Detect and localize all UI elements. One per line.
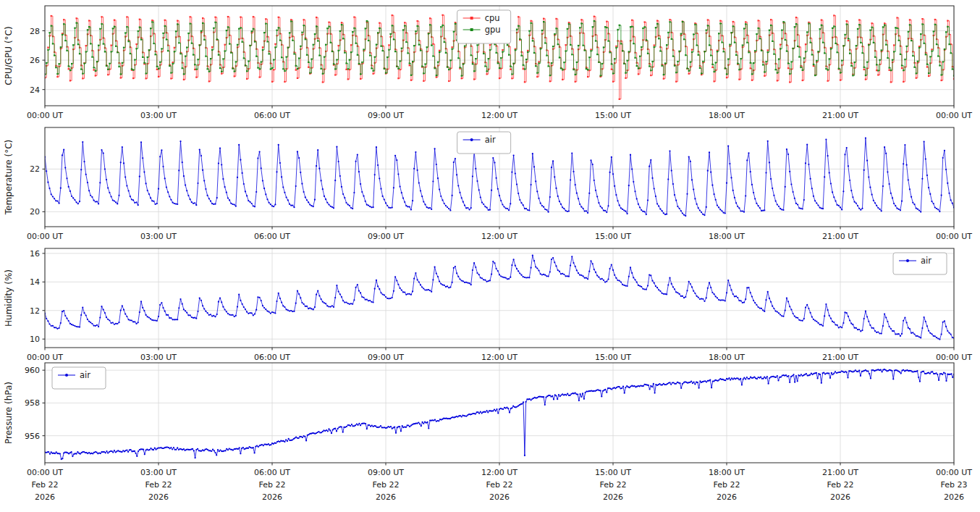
chart-text: Humidity (%) — [4, 269, 14, 327]
legend-label-cpu: cpu — [485, 13, 500, 23]
chart-text: 960 — [25, 366, 40, 375]
chart-text: 00:00 UT — [936, 111, 972, 120]
panel-pressure: 00:00 UTFeb 22202603:00 UTFeb 22202606:0… — [4, 363, 972, 502]
chart-text: 12:00 UT — [481, 468, 518, 477]
chart-text: 12:00 UT — [481, 353, 518, 362]
legend-temperature: air — [457, 132, 511, 154]
chart-text: 15:00 UT — [595, 468, 631, 477]
legend-box — [893, 253, 947, 274]
legend-pressure: air — [52, 367, 106, 389]
chart-text: Feb 23 — [941, 480, 968, 490]
chart-text: 21:00 UT — [822, 353, 858, 362]
chart-text: Pressure (hPa) — [4, 382, 14, 444]
legend-marker — [470, 17, 473, 20]
chart-text: 15:00 UT — [595, 111, 631, 120]
chart-text: 2026 — [717, 492, 737, 502]
chart-text: 2026 — [148, 492, 169, 502]
chart-text: CPU/GPU (°C) — [4, 26, 14, 85]
legend-marker — [470, 138, 473, 141]
chart-text: 21:00 UT — [822, 468, 858, 477]
chart-text: 12:00 UT — [481, 111, 518, 120]
chart-text: 2026 — [35, 492, 55, 502]
legend-cpu-gpu: cpugpu — [457, 10, 511, 43]
legend-label-gpu: gpu — [485, 25, 501, 35]
chart-text: 2026 — [489, 492, 510, 502]
chart-text: 28 — [30, 27, 40, 36]
legend-label-air: air — [80, 370, 90, 380]
chart-text: 16 — [30, 249, 40, 259]
chart-text: 06:00 UT — [254, 468, 290, 477]
chart-text: 06:00 UT — [254, 111, 290, 120]
chart-text: 18:00 UT — [709, 111, 745, 120]
chart-text: 00:00 UT — [936, 468, 972, 477]
chart-text: 00:00 UT — [27, 468, 63, 477]
chart-text: 21:00 UT — [822, 232, 858, 241]
legend-box — [457, 10, 511, 43]
chart-text: 09:00 UT — [368, 468, 404, 477]
chart-text: 09:00 UT — [368, 232, 404, 241]
chart-text: 09:00 UT — [368, 353, 404, 362]
chart-text: 18:00 UT — [709, 468, 745, 477]
chart-text: Feb 22 — [600, 480, 627, 490]
chart-text: 03:00 UT — [140, 111, 177, 120]
chart-text: 20 — [30, 207, 40, 217]
chart-text: 12 — [30, 306, 40, 316]
sensor-dashboard-figure: 00:00 UT03:00 UT06:00 UT09:00 UT12:00 UT… — [0, 0, 980, 512]
chart-text: 03:00 UT — [140, 232, 177, 241]
chart-text: 958 — [25, 398, 40, 408]
chart-text: 03:00 UT — [140, 353, 177, 362]
chart-text: 00:00 UT — [936, 353, 972, 362]
chart-text: Feb 22 — [486, 480, 513, 490]
chart-text: Temperature (°C) — [4, 140, 14, 216]
chart-text: 956 — [25, 432, 40, 441]
chart-text: Feb 22 — [827, 480, 854, 490]
chart-text: Feb 22 — [145, 480, 172, 490]
legend-box — [52, 367, 106, 389]
chart-text: Feb 22 — [373, 480, 400, 490]
chart-text: 00:00 UT — [27, 111, 63, 120]
chart-text: 22 — [30, 164, 40, 174]
chart-text: 06:00 UT — [254, 353, 290, 362]
legend-box — [457, 132, 511, 154]
chart-text: 2026 — [944, 492, 964, 502]
legend-label-air: air — [485, 135, 496, 145]
chart-text: 18:00 UT — [709, 232, 745, 241]
chart-text: 24 — [30, 85, 40, 95]
chart-text: Feb 22 — [32, 480, 59, 490]
chart-text: 09:00 UT — [368, 111, 404, 120]
chart-text: 00:00 UT — [936, 232, 972, 241]
chart-text: 2026 — [603, 492, 623, 502]
chart-text: 15:00 UT — [595, 232, 631, 241]
chart-canvas: 00:00 UT03:00 UT06:00 UT09:00 UT12:00 UT… — [0, 0, 980, 512]
chart-text: 15:00 UT — [595, 353, 631, 362]
chart-text: 12:00 UT — [481, 232, 518, 241]
chart-text: 2026 — [376, 492, 396, 502]
chart-text: 18:00 UT — [709, 353, 745, 362]
legend-marker — [470, 28, 473, 31]
chart-text: 10 — [30, 335, 40, 344]
panel-temperature: 00:00 UT03:00 UT06:00 UT09:00 UT12:00 UT… — [4, 127, 972, 241]
chart-text: 2026 — [830, 492, 850, 502]
chart-text: 26 — [30, 56, 40, 65]
chart-text: Feb 22 — [714, 480, 740, 490]
legend-marker — [65, 374, 68, 377]
chart-text: 14 — [30, 277, 40, 287]
chart-text: Feb 22 — [259, 480, 286, 490]
chart-text: 00:00 UT — [27, 232, 63, 241]
legend-humidity: air — [893, 253, 947, 274]
chart-text: 21:00 UT — [822, 111, 858, 120]
chart-text: 03:00 UT — [140, 468, 177, 477]
chart-text: 2026 — [262, 492, 282, 502]
chart-text: 00:00 UT — [27, 353, 63, 362]
panel-cpu-gpu: 00:00 UT03:00 UT06:00 UT09:00 UT12:00 UT… — [4, 6, 972, 120]
panel-humidity: 00:00 UT03:00 UT06:00 UT09:00 UT12:00 UT… — [4, 248, 972, 362]
chart-text: 06:00 UT — [254, 232, 290, 241]
legend-label-air: air — [921, 256, 932, 266]
legend-marker — [906, 259, 909, 262]
